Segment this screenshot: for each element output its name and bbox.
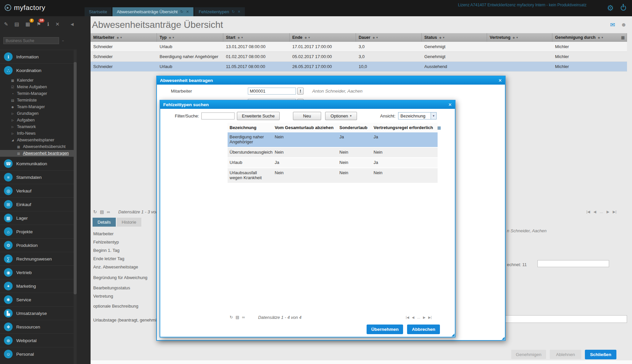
ansicht-select[interactable]: Bezeichnung ▼ xyxy=(398,112,437,119)
sidebar-item[interactable]: ❖ Ressourcen xyxy=(0,320,74,333)
optionen-button[interactable]: Optionen ▾ xyxy=(325,112,357,120)
sidebar-item[interactable]: ▙ Umsatzanalyse xyxy=(0,306,74,320)
neu-button[interactable]: Neu xyxy=(293,112,321,120)
lookup-button[interactable]: ! xyxy=(297,88,304,95)
sort-icon[interactable]: ◆ xyxy=(439,36,441,39)
filter-icon[interactable]: ▼ xyxy=(601,36,603,39)
filter-icon[interactable]: ▼ xyxy=(120,36,122,39)
column-header[interactable]: Ende ◆ ▼ xyxy=(290,33,356,42)
settings-gear-icon[interactable]: ⚙ xyxy=(607,4,614,13)
tab-fehlzeitentypen[interactable]: Fehlzeitentypen ↻ ✕ xyxy=(194,7,245,16)
chart-icon[interactable]: ▤ xyxy=(15,21,19,27)
sidebar-item[interactable]: ▦ Kalender xyxy=(0,77,74,84)
column-header[interactable]: Genehmigung durch ◆ ▼ xyxy=(552,33,627,42)
genehmigen-button[interactable]: Genehmigen xyxy=(511,350,546,359)
prev-page-icon[interactable]: ◀ xyxy=(594,210,596,214)
next-page-icon[interactable]: ▶ xyxy=(423,316,426,319)
refresh-icon[interactable]: ↻ xyxy=(93,209,97,214)
sort-icon[interactable]: ◆ xyxy=(169,36,171,39)
sidebar-item[interactable]: ▦ Abwesenheit beantragen xyxy=(0,150,74,157)
abbrechen-button[interactable]: Abbrechen xyxy=(407,325,440,334)
next-page-icon[interactable]: ▶ xyxy=(606,210,609,214)
uebernehmen-button[interactable]: Übernehmen xyxy=(367,325,403,334)
first-page-icon[interactable]: |◀ xyxy=(406,316,409,319)
scrollbar-handle[interactable] xyxy=(74,62,77,294)
table-row[interactable]: Beerdigung naher Angehöriger Nein Ja Ja xyxy=(228,132,438,147)
mitarbeiter-input[interactable] xyxy=(248,88,296,95)
column-header[interactable]: Vertretung ◆ ▼ xyxy=(487,33,552,42)
tab-historie[interactable]: Historie xyxy=(117,218,141,227)
sidebar-item[interactable]: ☺ Personal xyxy=(0,347,74,361)
column-header[interactable]: Typ ◆ ▼ xyxy=(157,33,223,42)
sidebar-item[interactable]: ☑ Meine Aufgaben xyxy=(0,84,74,90)
sidebar-item[interactable]: ⚙ Produktion xyxy=(0,238,74,252)
column-header[interactable]: Mitarbeiter ◆ ▼ xyxy=(91,33,157,42)
dialog-close-icon[interactable]: ✕ xyxy=(448,102,452,107)
column-header[interactable]: Start ◆ ▼ xyxy=(223,33,290,42)
notifications-icon[interactable]: ⚑ 10 xyxy=(36,21,41,27)
export-icon[interactable]: ∞ xyxy=(107,209,110,214)
table-row[interactable]: Schneider Urlaub 11.05.2017 08:00:00 26.… xyxy=(91,62,627,72)
sidebar-item[interactable]: ◉ Vertrieb xyxy=(0,265,74,279)
sidebar-item[interactable]: ☎ Kommunikation xyxy=(0,157,74,170)
table-row[interactable]: Urlaub Ja Nein Ja xyxy=(228,158,438,168)
sort-icon[interactable]: ◆ xyxy=(513,36,515,39)
sidebar-item[interactable]: ▦ Abwesenheitsübersicht xyxy=(0,143,74,150)
filter-icon[interactable]: ▼ xyxy=(241,36,244,39)
tab-startseite[interactable]: Startseite xyxy=(85,7,111,16)
tab-close-icon[interactable]: ✕ xyxy=(238,10,241,14)
close-icon[interactable]: ✕ xyxy=(55,21,60,27)
search-input[interactable] xyxy=(3,37,59,44)
last-page-icon[interactable]: ▶| xyxy=(613,210,616,214)
column-chooser-icon[interactable]: ▦ xyxy=(621,35,625,40)
sidebar-item[interactable]: ⌂ Projekte xyxy=(0,225,74,238)
tab-close-icon[interactable]: ✕ xyxy=(186,10,189,14)
dialog-close-icon[interactable]: ✕ xyxy=(498,78,502,83)
column-header[interactable]: Sonderurlaub xyxy=(337,123,372,132)
sort-icon[interactable]: ◆ xyxy=(117,36,119,39)
table-row[interactable]: Schneider Beerdigung naher Angehöriger 0… xyxy=(91,52,627,62)
filter-icon[interactable]: ▼ xyxy=(516,36,519,39)
collapse-sidebar-icon[interactable]: ◀ xyxy=(71,22,74,27)
filter-icon[interactable]: ▼ xyxy=(376,36,379,39)
sidebar-item[interactable]: ⊞ Einkauf xyxy=(0,197,74,211)
refresh-icon[interactable]: ↻ xyxy=(230,315,233,320)
tab-abwesenheitsantraege[interactable]: Abwesenheitsanträge Übersicht ↻ ✕ xyxy=(112,7,193,16)
tab-refresh-icon[interactable]: ↻ xyxy=(180,10,183,14)
sidebar-item[interactable]: ☻ Team-Manager xyxy=(0,104,74,110)
dialog-titlebar[interactable]: Abwesenheit beantragen ✕ xyxy=(157,76,505,85)
sidebar-item[interactable]: ✦ Marketing xyxy=(0,279,74,293)
column-header[interactable]: Vom Gesamturlaub abziehen xyxy=(273,123,337,132)
calendar-icon[interactable]: ▦ 2 xyxy=(26,21,30,27)
sidebar-item[interactable]: ▷ Aufgaben xyxy=(0,117,74,123)
filter-icon[interactable]: ▼ xyxy=(308,36,311,39)
schliessen-button[interactable]: Schließen xyxy=(585,350,616,359)
info-icon[interactable]: ℹ xyxy=(47,21,49,27)
filter-icon[interactable]: ▼ xyxy=(172,36,175,39)
power-icon[interactable] xyxy=(621,5,626,11)
filter-input[interactable] xyxy=(201,112,235,119)
sort-icon[interactable]: ◆ xyxy=(238,36,240,39)
sidebar-item[interactable]: ≡ Stammdaten xyxy=(0,170,74,184)
column-header[interactable]: Dauer ◆ ▼ xyxy=(356,33,422,42)
tab-refresh-icon[interactable]: ↻ xyxy=(232,10,235,14)
detail-input-long-fragment[interactable] xyxy=(494,315,627,323)
table-row[interactable]: Überstundenausgleich Nein Nein Nein xyxy=(228,148,438,157)
sidebar-item[interactable]: ℹ Information xyxy=(0,50,74,63)
sort-icon[interactable]: ◆ xyxy=(305,36,307,39)
print-icon[interactable]: ▤ xyxy=(100,209,104,214)
sidebar-item[interactable]: ◢ Abwesenheitsplaner xyxy=(0,137,74,143)
sidebar-item[interactable]: ▷ Grundlagen xyxy=(0,110,74,117)
sidebar-item[interactable]: ◎ Verkauf xyxy=(0,184,74,197)
dialog-titlebar[interactable]: Fehlzeittypen suchen ✕ xyxy=(160,101,455,109)
sidebar-item[interactable]: ✱ Service xyxy=(0,293,74,306)
tab-details[interactable]: Details xyxy=(93,218,116,227)
last-page-icon[interactable]: ▶| xyxy=(428,316,432,319)
first-page-icon[interactable]: |◀ xyxy=(586,210,590,214)
print-icon[interactable]: ▤ xyxy=(236,315,239,320)
ablehnen-button[interactable]: Ablehnen xyxy=(550,350,581,359)
column-chooser-icon[interactable]: ▦ xyxy=(437,125,441,130)
sidebar-item[interactable]: ∑ Rechnungswesen xyxy=(0,252,74,265)
column-header[interactable]: Bezeichnung xyxy=(228,123,273,132)
column-header[interactable]: Vertretungsregel erforderlich xyxy=(372,123,438,132)
